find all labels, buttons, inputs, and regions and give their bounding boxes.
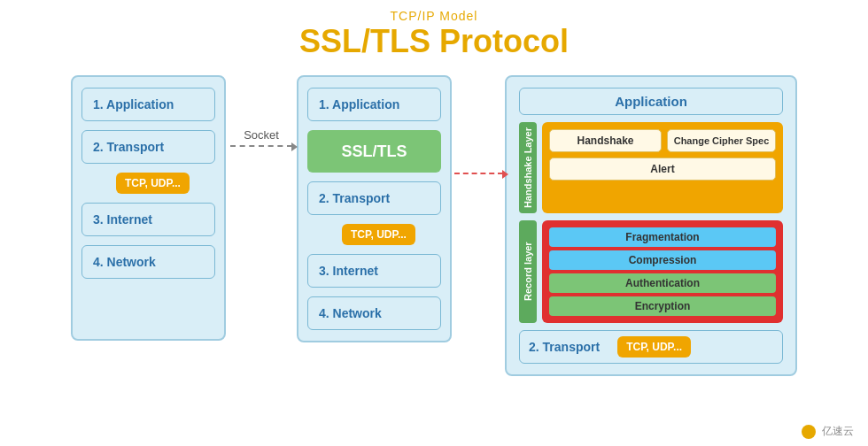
socket-label: Socket xyxy=(244,128,279,142)
record-right: Fragmentation Compression Authentication… xyxy=(542,220,783,323)
detail-arrow xyxy=(454,173,503,174)
watermark-icon xyxy=(802,425,816,439)
left-tcp-udp: TCP, UDP... xyxy=(116,173,190,194)
mid-layer-internet: 3. Internet xyxy=(307,254,441,288)
change-cipher-box: Change Cipher Spec xyxy=(667,129,776,152)
mid-layer-application: 1. Application xyxy=(307,88,441,121)
main-container: TCP/IP Model SSL/TLS Protocol 1. Applica… xyxy=(0,0,868,446)
main-title: SSL/TLS Protocol xyxy=(299,23,569,60)
right-box: Application Handshake Layer Handshake Ch… xyxy=(505,75,797,376)
handshake-layer-label: Handshake Layer xyxy=(519,122,537,213)
mid-layer-transport: 2. Transport xyxy=(307,181,441,215)
mid-tcp-udp: TCP, UDP... xyxy=(342,224,415,245)
alert-box: Alert xyxy=(549,158,776,181)
left-layer-internet: 3. Internet xyxy=(81,203,215,236)
arrow-area2 xyxy=(452,173,505,174)
right-tcp-udp: TCP, UDP... xyxy=(617,336,691,358)
diagrams-row: 1. Application 2. Transport TCP, UDP... … xyxy=(18,75,850,376)
handshake-box: Handshake xyxy=(549,129,662,152)
watermark: 亿速云 xyxy=(802,424,854,439)
left-layer-network: 4. Network xyxy=(81,245,215,279)
record-encryption: Encryption xyxy=(549,296,776,316)
mid-layer-network: 4. Network xyxy=(307,296,441,330)
ssl-tls-item: SSL/TLS xyxy=(307,130,441,173)
socket-arrow xyxy=(230,145,292,147)
right-application-label: Application xyxy=(519,88,783,115)
left-layer-transport: 2. Transport xyxy=(81,130,215,164)
left-layer-application: 1. Application xyxy=(81,88,215,121)
record-layer-label: Record layer xyxy=(519,220,537,323)
middle-stack-box: 1. Application SSL/TLS 2. Transport TCP,… xyxy=(297,75,452,342)
record-area: Record layer Fragmentation Compression A… xyxy=(519,220,783,323)
right-transport: 2. Transport TCP, UDP... xyxy=(519,330,783,364)
left-stack-box: 1. Application 2. Transport TCP, UDP... … xyxy=(71,75,226,341)
handshake-right: Handshake Change Cipher Spec Alert xyxy=(542,122,783,213)
record-fragmentation: Fragmentation xyxy=(549,227,776,247)
handshake-top-row: Handshake Change Cipher Spec xyxy=(549,129,776,152)
record-authentication: Authentication xyxy=(549,273,776,293)
handshake-area: Handshake Layer Handshake Change Cipher … xyxy=(519,122,783,213)
title-area: TCP/IP Model SSL/TLS Protocol xyxy=(299,9,569,60)
socket-area: Socket xyxy=(226,128,297,147)
right-transport-label: 2. Transport xyxy=(529,340,600,354)
record-compression: Compression xyxy=(549,250,776,270)
tcp-label: TCP/IP Model xyxy=(299,9,569,23)
